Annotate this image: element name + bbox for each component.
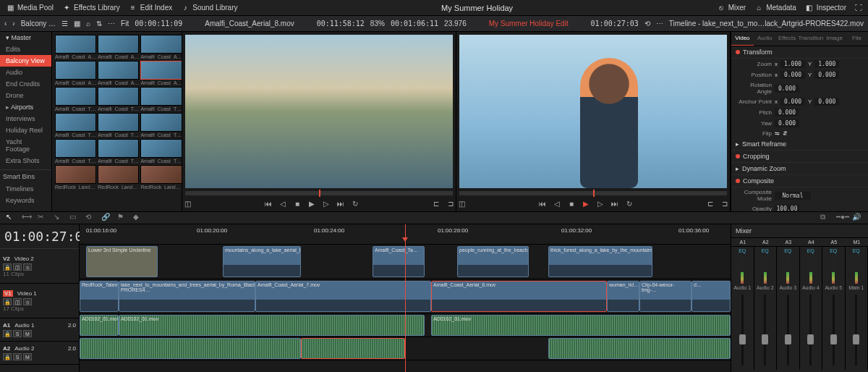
media-clip[interactable]: Amalfi_Coast_T…	[140, 87, 182, 111]
sync-icon[interactable]: ⟲	[644, 20, 650, 28]
timeline-clip[interactable]: lake_next_to_mountains_and_trees_aerial_…	[119, 281, 255, 312]
more-icon[interactable]: ⋯	[108, 20, 115, 28]
smartbin-timelines[interactable]: Timelines	[0, 183, 51, 195]
mixer-channel[interactable]: EQAudio 2	[754, 247, 778, 370]
zoom-x-input[interactable]: 1.000	[780, 60, 805, 68]
media-pool-tab[interactable]: ▦Media Pool	[6, 4, 54, 12]
lock-button[interactable]: 🔒	[3, 298, 12, 305]
loop-button[interactable]: ↻	[624, 198, 634, 208]
mixer-channel[interactable]: EQAudio 5	[822, 247, 846, 370]
in-point-button[interactable]: ⊏	[705, 198, 715, 208]
next-frame-button[interactable]: ▷	[321, 198, 331, 208]
timeline-clip[interactable]: AD0102_01.mov	[80, 315, 119, 336]
zoom-y-input[interactable]: 1.000	[814, 60, 839, 68]
in-point-button[interactable]: ⊏	[431, 198, 441, 208]
more-icon[interactable]: ⋯	[656, 20, 663, 28]
playhead[interactable]	[405, 224, 406, 372]
lock-button[interactable]: 🔒	[3, 330, 12, 337]
first-frame-button[interactable]: ⏮	[263, 198, 273, 208]
selection-tool[interactable]: ↖	[6, 213, 16, 223]
auto-select-button[interactable]: ◫	[13, 298, 22, 305]
effects-library-tab[interactable]: ✦Effects Library	[62, 4, 120, 12]
bin-edits[interactable]: Edits	[0, 43, 51, 55]
mixer-channel[interactable]: EQAudio 1	[731, 247, 754, 370]
bin-audio[interactable]: Audio	[0, 67, 51, 78]
inspector-tab-image[interactable]: Image	[823, 32, 846, 46]
pos-x-input[interactable]: 0.000	[780, 71, 805, 79]
fader[interactable]	[833, 295, 835, 365]
mute-button[interactable]: M	[23, 330, 32, 337]
bin-holiday-reel[interactable]: Holiday Reel	[0, 124, 51, 136]
view-list-icon[interactable]: ☰	[61, 20, 68, 28]
mixer-channel[interactable]: EQAudio 3	[777, 247, 800, 370]
link-tool[interactable]: 🔗	[101, 213, 111, 223]
edit-index-tab[interactable]: ≡Edit Index	[129, 4, 172, 12]
track-head-a1[interactable]: A1Audio 12.0 🔒SM	[0, 318, 79, 342]
timeline-clip[interactable]: Amalfi_Coast_Ta…	[373, 246, 425, 277]
match-frame-icon[interactable]: ◫	[456, 198, 467, 208]
media-clip[interactable]: RedRock_Land…	[140, 165, 182, 190]
last-frame-button[interactable]: ⏭	[336, 198, 346, 208]
blade-tool[interactable]: ✂	[38, 213, 48, 223]
mixer-channel[interactable]: EQAudio 4	[800, 247, 823, 370]
zoom-slider[interactable]: ━●━	[836, 213, 846, 223]
composite-section[interactable]: Composite	[731, 175, 868, 187]
first-frame-button[interactable]: ⏮	[537, 198, 548, 208]
anchor-y-input[interactable]: 0.000	[814, 98, 839, 106]
source-clip-name[interactable]: Amalfi_Coast_Aerial_8.mov	[205, 20, 294, 28]
timeline-clip[interactable]: Amalfi_Coast_Aerial_8.mov	[431, 281, 607, 312]
media-clip[interactable]: Amalfi_Coast_A…	[98, 35, 139, 59]
snap-toggle[interactable]: ⧉	[820, 213, 830, 223]
eq-button[interactable]: EQ	[739, 248, 746, 253]
media-clip[interactable]: Amalfi_Coast_T…	[55, 139, 96, 164]
timeline-clip[interactable]: Clip-04-wexor-tmg-…	[639, 281, 692, 312]
source-scrubber[interactable]	[185, 191, 453, 195]
media-clip[interactable]: Amalfi_Coast_T…	[98, 139, 139, 164]
fader[interactable]	[787, 295, 789, 365]
flip-v-button[interactable]: ⇵	[783, 130, 788, 137]
anchor-x-input[interactable]: 0.000	[780, 98, 805, 106]
view-grid-icon[interactable]: ▦	[74, 20, 80, 28]
disable-button[interactable]: ⦸	[23, 298, 32, 305]
inspector-tab-file[interactable]: File	[846, 32, 868, 46]
track-head-v2[interactable]: V2Video 2 🔒◫⦸ 11 Clips	[0, 249, 79, 284]
composite-mode-select[interactable]: Normal	[775, 192, 811, 200]
timeline-dropdown[interactable]: My Summer Holiday Edit	[489, 20, 569, 28]
bin-name[interactable]: Balcony …	[21, 20, 56, 28]
bin-drone[interactable]: Drone	[0, 90, 51, 101]
mute-button[interactable]: M	[23, 353, 32, 360]
prev-frame-button[interactable]: ◁	[552, 198, 562, 208]
timeline-clip[interactable]	[301, 338, 405, 359]
media-clip[interactable]: Amalfi_Coast_A…	[98, 61, 139, 85]
fit-dropdown[interactable]: Fit	[121, 20, 129, 28]
source-viewer-image[interactable]	[185, 35, 453, 188]
fader[interactable]	[855, 295, 857, 365]
insert-tool[interactable]: ↘	[54, 213, 64, 223]
rotation-input[interactable]: 0.000	[775, 85, 799, 93]
media-clip[interactable]: Amalfi_Coast_T…	[55, 113, 96, 138]
solo-button[interactable]: S	[13, 353, 22, 360]
stop-button[interactable]: ■	[292, 198, 302, 208]
flag-tool[interactable]: ⚑	[117, 213, 127, 223]
prev-frame-button[interactable]: ◁	[278, 198, 288, 208]
media-clip[interactable]: Amalfi_Coast_A…	[140, 61, 182, 85]
bin-balcony-view[interactable]: Balcony View	[0, 55, 51, 67]
smart-reframe-section[interactable]: ▸ Smart Reframe	[731, 138, 868, 151]
play-button[interactable]: ▶	[307, 198, 317, 208]
bin-airports[interactable]: ▸ Airports	[0, 101, 51, 113]
inspector-tab-transition[interactable]: Transition	[798, 32, 823, 46]
solo-button[interactable]: S	[13, 330, 22, 337]
fader[interactable]	[809, 295, 812, 365]
opacity-input[interactable]: 100.00	[775, 205, 799, 211]
fader[interactable]	[764, 295, 766, 365]
zoom-pct[interactable]: 83%	[370, 20, 385, 28]
sound-library-tab[interactable]: ♪Sound Library	[181, 4, 237, 12]
eq-button[interactable]: EQ	[807, 248, 814, 253]
lock-button[interactable]: 🔒	[3, 263, 12, 271]
dynamic-zoom-section[interactable]: ▸ Dynamic Zoom	[731, 163, 868, 175]
media-clip[interactable]: Amalfi_Coast_T…	[55, 87, 96, 111]
next-frame-button[interactable]: ▷	[595, 198, 605, 208]
marker-tool[interactable]: ◆	[133, 213, 143, 223]
replace-tool[interactable]: ⟲	[85, 213, 95, 223]
timeline-clip[interactable]: woman_rid…	[607, 281, 639, 312]
